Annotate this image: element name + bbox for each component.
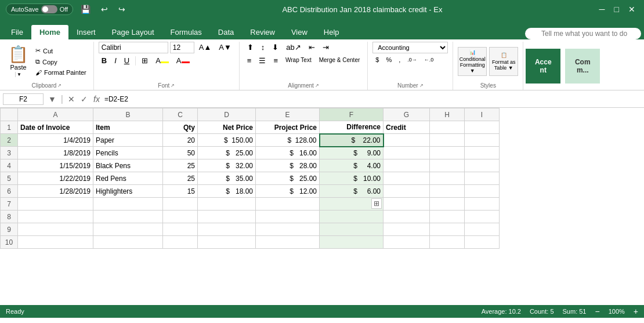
cell-A6[interactable]: 1/28/2019 <box>18 185 93 198</box>
decimal-increase-button[interactable]: .0→ <box>404 56 420 64</box>
cell-F8[interactable] <box>320 211 383 223</box>
fill-color-button[interactable]: A <box>153 55 172 67</box>
formula-input[interactable] <box>104 95 641 103</box>
cell-H9[interactable] <box>430 223 465 236</box>
format-painter-button[interactable]: 🖌 Format Painter <box>33 68 89 77</box>
indent-decrease-button[interactable]: ⇤ <box>306 42 318 53</box>
row-header-3[interactable]: 3 <box>1 147 18 159</box>
cell-C9[interactable] <box>163 223 198 236</box>
cell-D4[interactable]: $ 32.00 <box>198 159 256 172</box>
cell-I10[interactable] <box>465 236 500 249</box>
cell-B3[interactable]: Pencils <box>93 147 163 159</box>
row-header-1[interactable]: 1 <box>1 121 18 134</box>
cell-D8[interactable] <box>198 211 256 223</box>
cell-E10[interactable] <box>256 236 320 249</box>
conditional-formatting-button[interactable]: 📊 ConditionalFormatting ▼ <box>458 47 487 76</box>
comma-format-button[interactable]: , <box>396 55 403 65</box>
cell-A10[interactable] <box>18 236 93 249</box>
cell-B8[interactable] <box>93 211 163 223</box>
cell-G4[interactable] <box>383 159 430 172</box>
cell-H4[interactable] <box>430 159 465 172</box>
col-header-H[interactable]: H <box>430 108 465 121</box>
corner-cell[interactable] <box>1 108 18 121</box>
align-right-button[interactable]: ≡ <box>270 55 281 67</box>
cell-D3[interactable]: $ 25.00 <box>198 147 256 159</box>
tab-home[interactable]: Home <box>31 25 68 39</box>
paste-button[interactable]: 📋 Paste ▼ <box>5 44 32 79</box>
align-left-button[interactable]: ≡ <box>244 55 255 67</box>
cell-H5[interactable] <box>430 172 465 185</box>
cell-G9[interactable] <box>383 223 430 236</box>
bold-button[interactable]: B <box>99 55 110 67</box>
cell-G7[interactable] <box>383 198 430 211</box>
italic-button[interactable]: I <box>111 55 120 67</box>
cell-E9[interactable] <box>256 223 320 236</box>
cell-I4[interactable] <box>465 159 500 172</box>
dollar-format-button[interactable]: $ <box>372 55 382 65</box>
font-color-button[interactable]: A <box>173 55 193 67</box>
comments-button[interactable]: Comm... <box>565 49 600 84</box>
cell-H7[interactable] <box>430 198 465 211</box>
decimal-decrease-button[interactable]: ←.0 <box>421 56 437 64</box>
paste-dropdown-arrow[interactable]: ▼ <box>15 72 21 77</box>
cell-I1[interactable] <box>465 121 500 134</box>
cell-B10[interactable] <box>93 236 163 249</box>
cell-B6[interactable]: Highlighters <box>93 185 163 198</box>
cell-G8[interactable] <box>383 211 430 223</box>
autosave-switch[interactable] <box>41 5 57 13</box>
cell-D6[interactable]: $ 18.00 <box>198 185 256 198</box>
cell-I6[interactable] <box>465 185 500 198</box>
autosave-toggle[interactable]: AutoSave Off <box>6 3 73 15</box>
cell-H2[interactable] <box>430 134 465 147</box>
cell-D5[interactable]: $ 35.00 <box>198 172 256 185</box>
copy-button[interactable]: ⧉ Copy <box>33 57 89 67</box>
decrease-font-button[interactable]: A▼ <box>216 42 234 53</box>
cell-H1[interactable] <box>430 121 465 134</box>
wrap-text-button[interactable]: Wrap Text <box>283 56 314 65</box>
alignment-label[interactable]: Alignment ↗ <box>244 81 363 89</box>
tab-formulas[interactable]: Formulas <box>162 25 210 39</box>
cell-E1[interactable]: Project Price <box>256 121 320 134</box>
cell-B2[interactable]: Paper <box>93 134 163 147</box>
cell-G5[interactable] <box>383 172 430 185</box>
cell-A1[interactable]: Date of Invoice <box>18 121 93 134</box>
row-header-2[interactable]: 2 <box>1 134 18 147</box>
cell-F3[interactable]: $ 9.00 <box>320 147 383 159</box>
cell-A8[interactable] <box>18 211 93 223</box>
cell-H10[interactable] <box>430 236 465 249</box>
cell-B9[interactable] <box>93 223 163 236</box>
cell-I5[interactable] <box>465 172 500 185</box>
cell-E5[interactable]: $ 25.00 <box>256 172 320 185</box>
cell-A5[interactable]: 1/22/2019 <box>18 172 93 185</box>
col-header-F[interactable]: F <box>320 108 383 121</box>
cell-F7[interactable]: ⊞ <box>320 198 383 211</box>
cell-H6[interactable] <box>430 185 465 198</box>
cell-G6[interactable] <box>383 185 430 198</box>
indent-increase-button[interactable]: ⇥ <box>320 42 332 53</box>
cell-E2[interactable]: $ 128.00 <box>256 134 320 147</box>
restore-button[interactable]: □ <box>612 3 622 15</box>
font-name-selector[interactable] <box>99 42 168 53</box>
col-header-A[interactable]: A <box>18 108 93 121</box>
merge-center-button[interactable]: Merge & Center <box>316 56 363 65</box>
cell-G3[interactable] <box>383 147 430 159</box>
row-header-6[interactable]: 6 <box>1 185 18 198</box>
save-button[interactable]: 💾 <box>78 3 93 15</box>
redo-button[interactable]: ↪ <box>115 3 128 15</box>
cell-H3[interactable] <box>430 147 465 159</box>
cell-B5[interactable]: Red Pens <box>93 172 163 185</box>
cell-I2[interactable] <box>465 134 500 147</box>
cell-I9[interactable] <box>465 223 500 236</box>
row-header-5[interactable]: 5 <box>1 172 18 185</box>
styles-label[interactable]: Styles <box>458 81 518 89</box>
cell-A2[interactable]: 1/4/2019 <box>18 134 93 147</box>
cell-E6[interactable]: $ 12.00 <box>256 185 320 198</box>
cell-E7[interactable] <box>256 198 320 211</box>
clipboard-label[interactable]: Clipboard ↗ <box>5 81 89 89</box>
cell-D1[interactable]: Net Price <box>198 121 256 134</box>
cell-D7[interactable] <box>198 198 256 211</box>
col-header-C[interactable]: C <box>163 108 198 121</box>
cell-I3[interactable] <box>465 147 500 159</box>
cell-A9[interactable] <box>18 223 93 236</box>
text-direction-button[interactable]: ab↗ <box>283 42 303 53</box>
